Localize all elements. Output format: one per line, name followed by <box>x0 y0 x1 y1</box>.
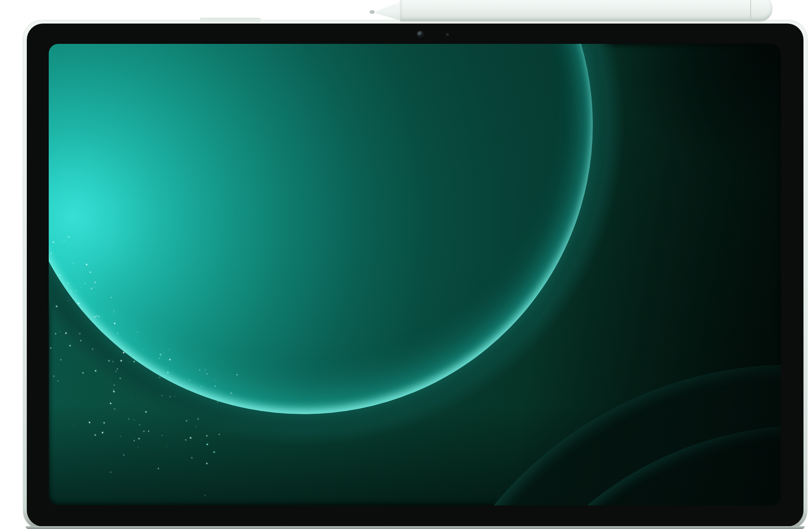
product-photo-stage <box>0 0 812 529</box>
tablet-body <box>23 20 807 529</box>
wallpaper-sparkles <box>49 44 781 505</box>
stylus-pen <box>400 0 772 21</box>
stylus-nib <box>369 10 375 14</box>
tablet-frame-bottom-edge <box>26 526 805 529</box>
top-button <box>200 18 261 22</box>
stylus-tip-cone <box>373 1 402 21</box>
light-sensor-icon <box>446 33 449 36</box>
front-camera-icon <box>417 31 423 37</box>
stylus-cap-seam <box>750 0 751 19</box>
tablet-screen <box>49 44 781 505</box>
